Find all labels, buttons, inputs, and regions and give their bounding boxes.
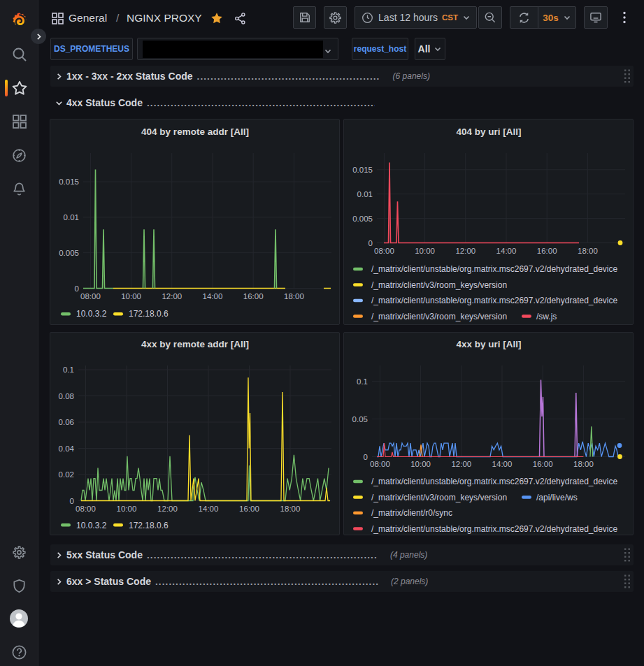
svg-text:/_matrix/client/unstable/org.m: /_matrix/client/unstable/org.matrix.msc2… [371, 296, 618, 305]
svg-text:14:00: 14:00 [496, 247, 517, 255]
svg-text:10.0.3.2: 10.0.3.2 [76, 521, 107, 530]
svg-text:/_matrix/client/unstable/org.m: /_matrix/client/unstable/org.matrix.msc2… [371, 477, 618, 486]
svg-text:/_matrix/client/v3/room_keys/v: /_matrix/client/v3/room_keys/version [371, 312, 507, 321]
svg-text:/api/live/ws: /api/live/ws [536, 493, 578, 502]
svg-text:18:00: 18:00 [573, 460, 594, 468]
svg-text:0.005: 0.005 [59, 249, 79, 257]
svg-text:172.18.0.6: 172.18.0.6 [129, 521, 169, 530]
svg-text:14:00: 14:00 [492, 460, 513, 468]
svg-text:10.0.3.2: 10.0.3.2 [76, 309, 107, 319]
svg-text:12:00: 12:00 [451, 460, 471, 468]
svg-text:0.04: 0.04 [59, 444, 75, 453]
svg-text:0.1: 0.1 [357, 377, 368, 386]
svg-text:12:00: 12:00 [157, 505, 178, 513]
svg-text:12:00: 12:00 [455, 247, 475, 255]
svg-text:0.02: 0.02 [59, 470, 74, 479]
svg-text:/_matrix/client/unstable/org.m: /_matrix/client/unstable/org.matrix.msc2… [371, 524, 618, 534]
svg-text:14:00: 14:00 [199, 505, 219, 513]
svg-text:/_matrix/client/unstable/org.m: /_matrix/client/unstable/org.matrix.msc2… [371, 264, 618, 274]
svg-text:0.015: 0.015 [352, 166, 373, 174]
svg-text:0.08: 0.08 [59, 392, 74, 400]
svg-text:172.18.0.6: 172.18.0.6 [129, 309, 169, 319]
svg-text:0.01: 0.01 [357, 190, 373, 198]
svg-text:404 by uri [All]: 404 by uri [All] [456, 126, 521, 137]
svg-text:12:00: 12:00 [162, 292, 182, 301]
svg-text:4xx by remote addr [All]: 4xx by remote addr [All] [141, 339, 249, 349]
svg-text:0.05: 0.05 [352, 415, 368, 424]
svg-text:0.01: 0.01 [64, 213, 79, 222]
svg-text:08:00: 08:00 [80, 292, 101, 301]
svg-text:16:00: 16:00 [537, 247, 557, 255]
svg-text:16:00: 16:00 [533, 460, 553, 468]
svg-text:0: 0 [364, 453, 368, 461]
svg-text:10:00: 10:00 [121, 292, 141, 301]
svg-text:16:00: 16:00 [239, 505, 259, 513]
svg-text:/_matrix/client/r0/sync: /_matrix/client/r0/sync [371, 508, 452, 518]
svg-text:0: 0 [368, 239, 373, 247]
svg-text:08:00: 08:00 [374, 247, 394, 255]
svg-text:10:00: 10:00 [117, 505, 137, 513]
svg-text:18:00: 18:00 [284, 292, 304, 301]
svg-text:/_matrix/client/v3/room_keys/v: /_matrix/client/v3/room_keys/version [371, 493, 507, 502]
svg-text:0.005: 0.005 [352, 215, 373, 223]
svg-text:404 by remote addr [All]: 404 by remote addr [All] [141, 126, 249, 137]
svg-text:16:00: 16:00 [243, 292, 264, 301]
svg-text:0: 0 [70, 497, 74, 505]
svg-text:08:00: 08:00 [76, 505, 96, 513]
svg-text:18:00: 18:00 [578, 247, 598, 255]
svg-text:18:00: 18:00 [280, 505, 301, 513]
svg-text:0.1: 0.1 [63, 365, 74, 374]
svg-text:4xx by uri [All]: 4xx by uri [All] [456, 339, 521, 349]
svg-text:14:00: 14:00 [203, 292, 223, 301]
svg-text:/sw.js: /sw.js [536, 312, 557, 321]
svg-text:08:00: 08:00 [370, 460, 390, 468]
svg-text:0.015: 0.015 [59, 178, 79, 186]
svg-text:0: 0 [75, 284, 79, 293]
svg-text:/_matrix/client/v3/room_keys/v: /_matrix/client/v3/room_keys/version [371, 280, 507, 290]
svg-text:10:00: 10:00 [415, 247, 435, 255]
svg-text:10:00: 10:00 [410, 460, 431, 468]
svg-text:0.06: 0.06 [59, 418, 74, 426]
